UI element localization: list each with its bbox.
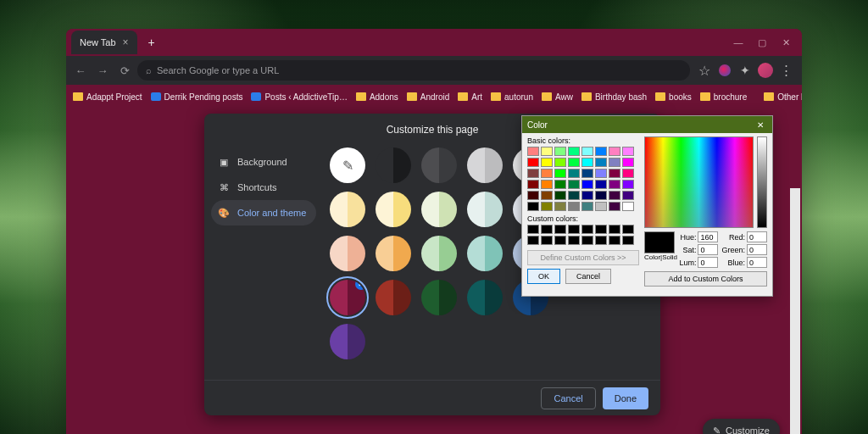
omnibox[interactable]: ⌕ Search Google or type a URL [137,60,690,81]
add-custom-colors-button[interactable]: Add to Custom Colors [644,271,767,287]
basic-color-swatch[interactable] [568,147,580,156]
basic-color-swatch[interactable] [622,180,634,189]
chrome-menu-button[interactable]: ⋮ [778,63,793,78]
custom-color-swatch[interactable] [622,236,634,245]
color-swatch[interactable] [467,280,503,315]
extensions-puzzle-icon[interactable]: ✦ [737,63,753,78]
color-swatch[interactable]: ✓ [330,280,365,315]
custom-color-swatch[interactable] [527,225,539,234]
bookmark-item[interactable]: Derrik Pending posts [151,92,243,102]
custom-color-swatch[interactable] [568,236,580,245]
bookmark-item[interactable]: Android [407,92,449,102]
basic-color-swatch[interactable] [541,158,553,167]
extension-1-icon[interactable] [717,63,732,78]
basic-color-swatch[interactable] [595,158,607,167]
forward-button[interactable]: → [93,61,112,80]
basic-color-swatch[interactable] [527,180,539,189]
basic-color-swatch[interactable] [527,169,539,178]
basic-color-swatch[interactable] [527,202,539,211]
window-close-button[interactable]: ✕ [780,37,792,48]
color-swatch[interactable] [421,192,457,227]
dialog-cancel-button[interactable]: Cancel [541,387,595,409]
basic-color-swatch[interactable] [527,158,539,167]
basic-color-swatch[interactable] [554,180,566,189]
basic-color-swatch[interactable] [595,180,607,189]
reload-button[interactable]: ⟳ [115,61,134,80]
custom-color-swatch[interactable] [609,236,620,245]
basic-color-swatch[interactable] [554,158,566,167]
hue-input[interactable] [698,231,718,242]
basic-color-swatch[interactable] [609,202,620,211]
bookmark-item[interactable]: brochure [700,92,747,102]
bookmark-item[interactable]: Addons [356,92,398,102]
basic-color-swatch[interactable] [609,180,620,189]
basic-color-swatch[interactable] [595,147,607,156]
basic-color-swatch[interactable] [527,147,539,156]
basic-color-swatch[interactable] [609,147,620,156]
new-tab-button[interactable]: + [142,33,161,52]
custom-color-swatch[interactable] [541,225,553,234]
basic-color-swatch[interactable] [581,158,593,167]
basic-color-swatch[interactable] [609,158,620,167]
basic-color-swatch[interactable] [595,202,607,211]
color-swatch[interactable] [421,147,457,183]
red-input[interactable] [747,231,767,242]
bookmark-item[interactable]: Art [458,92,482,102]
basic-color-swatch[interactable] [581,202,593,211]
color-swatch[interactable] [330,192,365,227]
basic-color-swatch[interactable] [622,169,634,178]
basic-color-swatch[interactable] [568,202,580,211]
green-input[interactable] [747,244,767,255]
color-ok-button[interactable]: OK [527,269,560,284]
color-swatch[interactable] [467,147,503,183]
basic-color-swatch[interactable] [527,191,539,200]
custom-color-swatch[interactable] [568,225,580,234]
basic-color-swatch[interactable] [541,202,553,211]
color-dialog-close-button[interactable]: ✕ [754,119,767,131]
bookmark-item[interactable]: Posts ‹ AddictiveTip… [251,92,347,102]
basic-color-swatch[interactable] [541,147,553,156]
bookmark-item[interactable]: Birthday bash [581,92,647,102]
custom-color-swatch[interactable] [609,225,620,234]
custom-color-swatch[interactable] [581,225,593,234]
bookmark-item[interactable]: autorun [491,92,533,102]
custom-color-swatch[interactable] [541,236,553,245]
bookmark-item[interactable]: books [655,92,692,102]
color-swatch[interactable] [467,192,503,227]
basic-color-swatch[interactable] [541,191,553,200]
color-swatch[interactable]: ✎ [330,147,365,183]
basic-color-swatch[interactable] [568,169,580,178]
basic-color-swatch[interactable] [541,169,553,178]
basic-color-swatch[interactable] [581,169,593,178]
basic-color-swatch[interactable] [554,191,566,200]
other-bookmarks[interactable]: Other bookmarks [764,92,802,102]
basic-color-swatch[interactable] [622,147,634,156]
color-swatch[interactable] [330,236,365,271]
bookmark-item[interactable]: Adappt Project [73,92,142,102]
custom-color-swatch[interactable] [622,225,634,234]
basic-color-swatch[interactable] [581,180,593,189]
color-swatch[interactable] [467,236,503,271]
color-swatch[interactable] [376,192,411,227]
menu-background[interactable]: ▣ Background [211,149,316,175]
custom-color-swatch[interactable] [527,236,539,245]
color-swatch[interactable] [376,280,411,315]
luminance-slider[interactable] [757,136,767,228]
custom-color-swatch[interactable] [554,236,566,245]
basic-color-swatch[interactable] [581,147,593,156]
menu-color-theme[interactable]: 🎨 Color and theme [211,200,316,225]
color-gradient-field[interactable] [644,136,754,228]
basic-color-swatch[interactable] [609,191,620,200]
basic-color-swatch[interactable] [622,158,634,167]
sat-input[interactable] [698,244,718,255]
custom-color-swatch[interactable] [595,236,607,245]
define-custom-colors-button[interactable]: Define Custom Colors >> [527,250,639,265]
window-minimize-button[interactable]: — [732,37,744,48]
color-swatch[interactable] [421,280,457,315]
menu-shortcuts[interactable]: ⌘ Shortcuts [211,175,316,200]
close-tab-icon[interactable]: × [123,36,129,48]
basic-color-swatch[interactable] [581,191,593,200]
color-swatch[interactable] [376,147,411,183]
color-swatch[interactable] [421,236,457,271]
dialog-done-button[interactable]: Done [603,387,648,409]
